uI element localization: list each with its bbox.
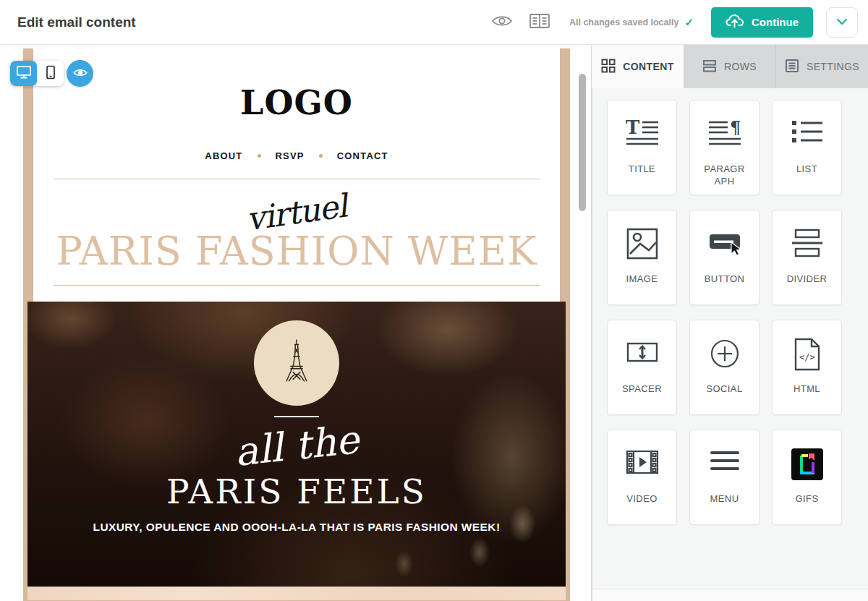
eiffel-tower-icon: [278, 336, 315, 390]
page-title: Edit email content: [17, 14, 136, 30]
preview-fab-button[interactable]: [67, 60, 93, 87]
continue-dropdown-button[interactable]: [826, 7, 858, 38]
email-divider: [54, 285, 540, 286]
nav-dot-icon: [258, 154, 261, 158]
tile-paragraph-label: PARAGRAPH: [704, 163, 746, 188]
hero-script-text: all the: [232, 418, 361, 474]
preview-button[interactable]: [490, 12, 514, 33]
tile-gifs[interactable]: GIFS: [772, 430, 842, 525]
tile-button-label: BUTTON: [705, 273, 745, 286]
chevron-down-icon: [836, 17, 848, 27]
svg-text:¶: ¶: [730, 118, 741, 138]
email-headline-block[interactable]: virtuel PARIS FASHION WEEK: [33, 231, 560, 273]
video-icon: [625, 448, 660, 484]
email-preview: LOGO ABOUT RSVP CONTACT virtuel PARIS FA…: [23, 48, 570, 601]
canvas-scrollbar[interactable]: [579, 74, 586, 211]
paragraph-icon: ¶: [707, 118, 742, 154]
hero-divider-line: [274, 416, 319, 417]
svg-text:</>: </>: [799, 352, 815, 362]
tab-content-label: CONTENT: [623, 61, 673, 72]
tile-divider-label: DIVIDER: [787, 273, 827, 286]
svg-text:T: T: [626, 118, 640, 138]
structure-preview-button[interactable]: [527, 12, 552, 33]
button-icon: [707, 228, 742, 264]
tab-rows-label: ROWS: [724, 61, 757, 72]
tile-social-label: SOCIAL: [706, 383, 742, 396]
tile-html[interactable]: </> HTML: [772, 320, 842, 415]
settings-doc-icon: [785, 59, 799, 75]
nav-dot-icon: [319, 154, 323, 158]
panel-footer: [592, 589, 868, 601]
hero-title-text: PARIS FEELS: [166, 473, 427, 511]
tile-social[interactable]: SOCIAL: [689, 320, 760, 415]
tile-button[interactable]: BUTTON: [689, 210, 760, 305]
tile-spacer-label: SPACER: [622, 383, 662, 396]
next-image-row-peek[interactable]: [27, 587, 566, 600]
email-header-section[interactable]: LOGO ABOUT RSVP CONTACT virtuel PARIS FA…: [33, 48, 560, 302]
list-icon: [791, 118, 824, 154]
device-preview-toggle: [10, 61, 64, 86]
image-icon: [626, 228, 658, 264]
sidebar-tabs: CONTENT ROWS SETTINGS: [592, 45, 868, 88]
desktop-toggle-button[interactable]: [10, 61, 37, 86]
continue-label: Continue: [752, 16, 799, 28]
continue-button[interactable]: Continue: [711, 7, 813, 38]
email-nav-menu[interactable]: ABOUT RSVP CONTACT: [33, 150, 560, 161]
email-hero-image-section[interactable]: all the PARIS FEELS LUXURY, OPULENCE AND…: [27, 302, 566, 587]
tile-title[interactable]: T TITLE: [607, 100, 677, 195]
social-icon: [709, 338, 741, 374]
email-canvas: LOGO ABOUT RSVP CONTACT virtuel PARIS FA…: [0, 45, 592, 601]
headline-paris-fashion-week: PARIS FASHION WEEK: [33, 231, 560, 273]
tile-list[interactable]: LIST: [772, 100, 842, 195]
mobile-toggle-button[interactable]: [37, 61, 64, 86]
open-book-icon: [529, 12, 550, 32]
gifs-icon: [791, 448, 824, 484]
save-status: All changes saved locally ✓: [569, 16, 694, 29]
menu-icon: [709, 448, 741, 484]
tile-image-label: IMAGE: [626, 273, 658, 286]
tab-settings[interactable]: SETTINGS: [775, 45, 868, 88]
tab-content[interactable]: CONTENT: [592, 45, 684, 88]
divider-icon: [791, 228, 824, 264]
tab-settings-label: SETTINGS: [807, 61, 859, 72]
check-icon: ✓: [684, 16, 694, 29]
rows-icon: [702, 59, 717, 75]
eiffel-tower-badge: [254, 320, 339, 406]
nav-item-contact[interactable]: CONTACT: [337, 150, 388, 161]
tile-divider[interactable]: DIVIDER: [772, 210, 842, 305]
topbar: Edit email content All changes saved: [0, 0, 868, 45]
tab-rows[interactable]: ROWS: [684, 45, 775, 88]
nav-item-about[interactable]: ABOUT: [205, 150, 242, 161]
tile-gifs-label: GIFS: [796, 493, 819, 506]
save-status-text: All changes saved locally: [569, 17, 678, 27]
tile-title-label: TITLE: [629, 163, 655, 176]
nav-item-rsvp[interactable]: RSVP: [276, 150, 305, 161]
content-panel: T TITLE ¶ PARAG: [592, 88, 868, 601]
content-tiles-grid: T TITLE ¶ PARAG: [592, 88, 868, 525]
html-icon: </>: [793, 338, 822, 374]
phone-icon: [46, 65, 56, 82]
tile-menu[interactable]: MENU: [689, 430, 760, 525]
email-divider: [54, 179, 540, 179]
eye-icon: [491, 13, 513, 31]
tile-list-label: LIST: [796, 163, 817, 176]
tile-paragraph[interactable]: ¶ PARAGRAPH: [689, 100, 760, 195]
tile-spacer[interactable]: SPACER: [607, 320, 677, 415]
tile-video[interactable]: VIDEO: [607, 430, 677, 525]
email-logo[interactable]: LOGO: [33, 85, 560, 122]
tile-image[interactable]: IMAGE: [607, 210, 677, 305]
tile-video-label: VIDEO: [626, 493, 657, 506]
title-icon: T: [625, 118, 660, 154]
spacer-icon: [626, 338, 659, 374]
monitor-icon: [16, 65, 32, 82]
eye-icon: [73, 67, 88, 80]
tile-html-label: HTML: [793, 383, 820, 396]
tile-menu-label: MENU: [710, 493, 739, 506]
editor-sidebar: CONTENT ROWS SETTINGS: [592, 45, 868, 601]
cloud-upload-icon: [726, 13, 744, 31]
grid-icon: [601, 59, 616, 75]
hero-tagline-text: LUXURY, OPULENCE AND OOOH-LA-LA THAT IS …: [93, 521, 501, 534]
